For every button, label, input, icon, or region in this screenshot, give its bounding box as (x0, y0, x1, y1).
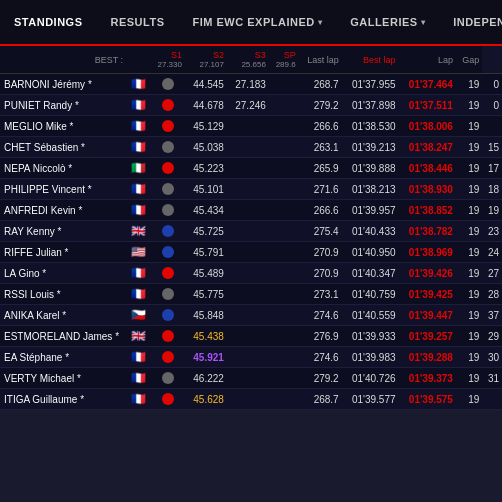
gap-value: 37 (482, 305, 502, 326)
col-header-lap: Lap (399, 46, 456, 74)
best-lap-value: 01'38.446 (399, 158, 456, 179)
rider-flag: 🇺🇸 (126, 242, 150, 263)
rider-flag: 🇮🇹 (126, 158, 150, 179)
s1-value: 45.791 (185, 242, 227, 263)
brand-icon-cell (150, 284, 185, 305)
s3-value (269, 179, 299, 200)
gap-value: 24 (482, 242, 502, 263)
s1-value: 45.775 (185, 284, 227, 305)
brand-icon-cell (150, 263, 185, 284)
lap-count: 19 (456, 116, 482, 137)
table-row: EA Stéphane * 🇫🇷 45.921 274.6 01'39.983 … (0, 347, 502, 368)
gap-value: 0 (482, 74, 502, 95)
table-row: ANFREDI Kevin * 🇫🇷 45.434 266.6 01'39.95… (0, 200, 502, 221)
table-row: RAY Kenny * 🇬🇧 45.725 275.4 01'40.433 01… (0, 221, 502, 242)
s3-value (269, 95, 299, 116)
rider-name: RIFFE Julian * (0, 242, 126, 263)
gap-value (482, 116, 502, 137)
sp-value: 279.2 (299, 368, 342, 389)
brand-icon-cell (150, 179, 185, 200)
s3-value (269, 263, 299, 284)
s1-value: 44.545 (185, 74, 227, 95)
lap-count: 19 (456, 389, 482, 410)
rider-name: LA Gino * (0, 263, 126, 284)
brand-icon-cell (150, 116, 185, 137)
best-lap-value: 01'38.006 (399, 116, 456, 137)
nav-results[interactable]: RESULTS (96, 8, 178, 36)
last-lap-value: 01'39.213 (342, 137, 399, 158)
rider-flag: 🇫🇷 (126, 74, 150, 95)
lap-count: 19 (456, 200, 482, 221)
best-lap-value: 01'39.425 (399, 284, 456, 305)
best-lap-value: 01'39.257 (399, 326, 456, 347)
best-lap-value: 01'39.575 (399, 389, 456, 410)
nav-ewc-explained[interactable]: FIM EWC EXPLAINED ▾ (179, 8, 337, 36)
s2-value (227, 326, 269, 347)
lap-count: 19 (456, 74, 482, 95)
sp-value: 270.9 (299, 242, 342, 263)
s2-value (227, 137, 269, 158)
s2-value (227, 158, 269, 179)
s3-value (269, 137, 299, 158)
best-label: BEST : (95, 55, 123, 65)
gap-value: 30 (482, 347, 502, 368)
results-table: BEST : S1 27.330 S2 27.107 S3 25.656 SP (0, 46, 502, 410)
brand-icon-cell (150, 95, 185, 116)
gap-value: 17 (482, 158, 502, 179)
table-row: VERTY Michael * 🇫🇷 46.222 279.2 01'40.72… (0, 368, 502, 389)
nav-standings[interactable]: STANDINGS (0, 8, 96, 36)
last-lap-value: 01'39.577 (342, 389, 399, 410)
table-row: LA Gino * 🇫🇷 45.489 270.9 01'40.347 01'3… (0, 263, 502, 284)
best-lap-value: 01'38.969 (399, 242, 456, 263)
s1-value: 45.921 (185, 347, 227, 368)
rider-flag: 🇫🇷 (126, 200, 150, 221)
gap-value: 31 (482, 368, 502, 389)
table-row: BARNONI Jérémy * 🇫🇷 44.545 27.183 268.7 … (0, 74, 502, 95)
gap-value: 0 (482, 95, 502, 116)
lap-count: 19 (456, 326, 482, 347)
s2-value (227, 305, 269, 326)
s2-value (227, 200, 269, 221)
lap-count: 19 (456, 179, 482, 200)
brand-icon-cell (150, 389, 185, 410)
s1-value: 45.129 (185, 116, 227, 137)
lap-count: 19 (456, 137, 482, 158)
col-header-last-lap: Last lap (299, 46, 342, 74)
gap-value: 19 (482, 200, 502, 221)
sp-value: 270.9 (299, 263, 342, 284)
s3-value (269, 242, 299, 263)
lap-count: 19 (456, 95, 482, 116)
last-lap-value: 01'37.898 (342, 95, 399, 116)
table-header-row: BEST : S1 27.330 S2 27.107 S3 25.656 SP (0, 46, 502, 74)
s3-value (269, 221, 299, 242)
sp-value: 268.7 (299, 74, 342, 95)
last-lap-value: 01'40.950 (342, 242, 399, 263)
nav-galleries[interactable]: GALLERIES ▾ (336, 8, 439, 36)
s2-value (227, 368, 269, 389)
gap-value: 27 (482, 263, 502, 284)
chevron-down-icon: ▾ (318, 18, 323, 27)
table-row: ANIKA Karel * 🇨🇿 45.848 274.6 01'40.559 … (0, 305, 502, 326)
rider-flag: 🇫🇷 (126, 389, 150, 410)
nav-independents[interactable]: INDEPENDENTS ▾ (439, 8, 502, 36)
last-lap-value: 01'40.433 (342, 221, 399, 242)
lap-count: 19 (456, 284, 482, 305)
rider-flag: 🇫🇷 (126, 137, 150, 158)
s1-value: 45.725 (185, 221, 227, 242)
col-header-name: BEST : (0, 46, 126, 74)
s1-value: 45.848 (185, 305, 227, 326)
gap-value: 18 (482, 179, 502, 200)
table-row: MEGLIO Mike * 🇫🇷 45.129 266.6 01'38.530 … (0, 116, 502, 137)
s3-value (269, 389, 299, 410)
results-table-container: BEST : S1 27.330 S2 27.107 S3 25.656 SP (0, 46, 502, 410)
brand-icon-cell (150, 242, 185, 263)
last-lap-value: 01'40.759 (342, 284, 399, 305)
s2-value: 27.246 (227, 95, 269, 116)
rider-flag: 🇨🇿 (126, 305, 150, 326)
rider-name: PHILIPPE Vincent * (0, 179, 126, 200)
last-lap-value: 01'39.983 (342, 347, 399, 368)
sp-value: 275.4 (299, 221, 342, 242)
rider-name: ESTMORELAND James * (0, 326, 126, 347)
s1-value: 45.438 (185, 326, 227, 347)
brand-icon-cell (150, 158, 185, 179)
